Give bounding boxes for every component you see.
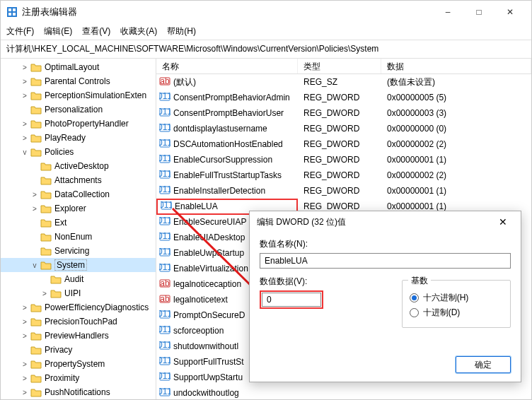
tree-node[interactable]: Privacy <box>1 343 156 357</box>
tree-twisty-icon[interactable]: > <box>21 389 29 396</box>
tree-twisty-icon[interactable] <box>21 106 29 114</box>
svg-text:011: 011 <box>159 138 170 148</box>
radio-dec[interactable]: 十进制(D) <box>410 307 503 319</box>
tree-twisty-icon[interactable] <box>30 163 39 170</box>
tree-twisty-icon[interactable]: > <box>30 205 39 213</box>
tree-node[interactable]: NonEnum <box>1 230 156 244</box>
value-name: dontdisplaylastusername <box>173 124 267 134</box>
list-row[interactable]: 011EnableCursorSuppressionREG_DWORD0x000… <box>156 152 531 167</box>
col-header-type[interactable]: 类型 <box>298 59 381 73</box>
tree-node[interactable]: Audit <box>1 272 156 286</box>
tree-twisty-icon[interactable]: > <box>21 304 29 312</box>
list-row[interactable]: 011DSCAutomationHostEnabledREG_DWORD0x00… <box>156 136 531 152</box>
svg-text:ab: ab <box>160 278 170 288</box>
dword-value-icon: 011 <box>159 184 173 198</box>
value-data: 0x00000001 (1) <box>381 186 531 196</box>
list-row[interactable]: 011EnableFullTrustStartupTasksREG_DWORD0… <box>156 167 531 183</box>
tree-node[interactable]: vSystem <box>1 258 156 272</box>
tree-node[interactable]: >Explorer <box>1 201 156 216</box>
tree-twisty-icon[interactable]: v <box>30 261 39 269</box>
tree-node[interactable]: >PowerEfficiencyDiagnostics <box>1 300 156 314</box>
value-type: REG_DWORD <box>298 124 381 134</box>
menu-fav[interactable]: 收藏夹(A) <box>120 25 157 37</box>
menu-file[interactable]: 文件(F) <box>6 25 34 37</box>
tree-node[interactable]: >DataCollection <box>1 187 156 201</box>
list-row[interactable]: 011EnableInstallerDetectionREG_DWORD0x00… <box>156 183 531 199</box>
tree-node[interactable]: Personalization <box>1 102 156 117</box>
tree-twisty-icon[interactable]: > <box>21 92 29 100</box>
tree-twisty-icon[interactable]: > <box>40 290 49 298</box>
radio-hex[interactable]: 十六进制(H) <box>410 292 503 304</box>
tree-node[interactable]: >Parental Controls <box>1 74 156 88</box>
tree-twisty-icon[interactable] <box>30 219 39 227</box>
minimize-button[interactable]: – <box>432 1 463 23</box>
tree-twisty-icon[interactable]: > <box>21 78 29 86</box>
list-row[interactable]: 011ConsentPromptBehaviorUserREG_DWORD0x0… <box>156 105 531 121</box>
tree-twisty-icon[interactable] <box>21 346 29 354</box>
menu-edit[interactable]: 编辑(E) <box>44 25 72 37</box>
tree-twisty-icon[interactable] <box>30 247 39 255</box>
tree-label: DataCollection <box>54 189 110 199</box>
tree-node[interactable]: Servicing <box>1 244 156 258</box>
tree-twisty-icon[interactable]: > <box>21 134 29 142</box>
tree-twisty-icon[interactable]: > <box>21 332 29 340</box>
tree-node[interactable]: >PlayReady <box>1 131 156 145</box>
tree-label: Servicing <box>54 246 89 256</box>
value-name: legalnoticetext <box>173 295 228 305</box>
tree-twisty-icon[interactable]: > <box>21 318 29 326</box>
col-header-data[interactable]: 数据 <box>381 59 531 73</box>
tree-node[interactable]: vPolicies <box>1 145 156 159</box>
tree-node[interactable]: >UIPI <box>1 286 156 300</box>
value-type: REG_DWORD <box>298 186 381 196</box>
dialog-close-button[interactable]: ✕ <box>492 216 514 228</box>
tree-pane[interactable]: >OptimalLayout>Parental Controls>Percept… <box>1 59 156 399</box>
tree-node[interactable]: >PrecisionTouchPad <box>1 314 156 329</box>
dword-value-icon: 011 <box>159 169 173 182</box>
tree-node[interactable]: >PreviewHandlers <box>1 329 156 343</box>
close-button[interactable]: ✕ <box>495 1 526 23</box>
address-bar[interactable]: 计算机\HKEY_LOCAL_MACHINE\SOFTWARE\Microsof… <box>1 40 531 59</box>
tree-twisty-icon[interactable] <box>40 276 49 283</box>
tree-label: Explorer <box>54 204 86 213</box>
list-row[interactable]: 011undockwithoutlog <box>156 385 531 399</box>
maximize-button[interactable]: □ <box>463 1 495 23</box>
list-row[interactable]: 011ConsentPromptBehaviorAdminREG_DWORD0x… <box>156 90 531 105</box>
tree-twisty-icon[interactable]: v <box>21 148 29 156</box>
tree-twisty-icon[interactable]: > <box>21 375 29 382</box>
tree-twisty-icon[interactable]: > <box>21 64 29 71</box>
value-name: legalnoticecaption <box>173 279 241 289</box>
svg-text:011: 011 <box>159 107 170 117</box>
tree-node[interactable]: >PhotoPropertyHandler <box>1 117 156 131</box>
tree-node[interactable]: ActiveDesktop <box>1 159 156 173</box>
svg-text:011: 011 <box>159 231 170 241</box>
tree-twisty-icon[interactable] <box>30 233 39 241</box>
col-header-name[interactable]: 名称 <box>156 59 298 73</box>
dword-value-icon: 011 <box>161 200 175 213</box>
tree-twisty-icon[interactable]: > <box>21 360 29 368</box>
dword-value-icon: 011 <box>159 153 173 167</box>
tree-node[interactable]: Ext <box>1 216 156 230</box>
value-name: SupportFullTrustSt <box>173 357 244 367</box>
tree-twisty-icon[interactable]: > <box>21 120 29 128</box>
svg-text:011: 011 <box>159 247 170 257</box>
dialog-titlebar: 编辑 DWORD (32 位)值 ✕ <box>250 211 521 233</box>
value-name-input[interactable] <box>260 253 511 269</box>
ok-button[interactable]: 确定 <box>456 356 511 373</box>
tree-node[interactable]: >OptimalLayout <box>1 60 156 74</box>
tree-node[interactable]: >Proximity <box>1 371 156 385</box>
dword-value-icon: 011 <box>159 138 173 151</box>
dword-value-icon: 011 <box>159 91 173 105</box>
value-data-input[interactable] <box>262 293 321 307</box>
tree-twisty-icon[interactable] <box>30 177 39 184</box>
tree-node[interactable]: Attachments <box>1 173 156 187</box>
tree-node[interactable]: >PushNotifications <box>1 385 156 399</box>
tree-node[interactable]: >PerceptionSimulationExten <box>1 88 156 102</box>
menu-help[interactable]: 帮助(H) <box>167 25 196 37</box>
tree-twisty-icon[interactable]: > <box>30 191 39 199</box>
menu-view[interactable]: 查看(V) <box>82 25 110 37</box>
tree-node[interactable]: >PropertySystem <box>1 357 156 371</box>
value-data: 0x00000002 (2) <box>381 139 531 149</box>
list-row[interactable]: 011dontdisplaylastusernameREG_DWORD0x000… <box>156 121 531 136</box>
list-row[interactable]: ab(默认)REG_SZ(数值未设置) <box>156 74 531 90</box>
radio-dec-label: 十进制(D) <box>423 307 461 319</box>
